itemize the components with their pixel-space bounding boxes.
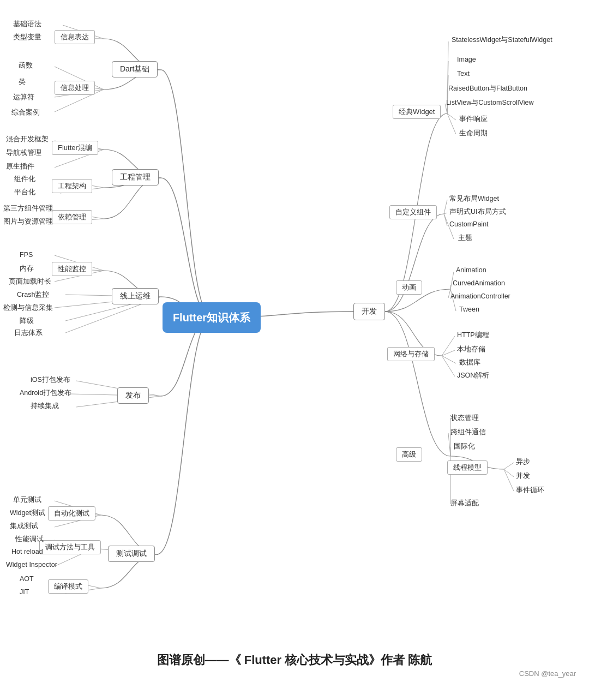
leaf-state-mgmt: 状态管理: [447, 412, 482, 424]
group-perf: 性能监控: [52, 262, 92, 276]
group-dep: 依赖管理: [52, 210, 92, 224]
leaf-animation: Animation: [453, 265, 490, 275]
leaf-log: 日志体系: [11, 327, 46, 339]
leaf-图片与资源管理: 图片与资源管理: [0, 216, 56, 228]
leaf-函数: 函数: [15, 60, 36, 71]
leaf-unit-test: 单元测试: [10, 494, 45, 506]
leaf-综合案例: 综合案例: [8, 107, 43, 118]
leaf-async: 异步: [513, 456, 533, 468]
leaf-widget-test: Widget测试: [7, 507, 49, 519]
svg-line-48: [442, 356, 456, 363]
leaf-database: 数据库: [456, 357, 484, 368]
leaf-memory: 内存: [16, 263, 37, 274]
leaf-image: Image: [454, 55, 479, 64]
leaf-layout-widget: 常见布局Widget: [446, 193, 502, 205]
group-advanced: 高级: [396, 447, 422, 462]
leaf-detect: 检测与信息采集: [0, 302, 56, 314]
leaf-ci: 持续集成: [27, 400, 62, 412]
leaf-hot-reload: Hot reload: [8, 547, 46, 557]
branch-test: 测试调试: [108, 546, 155, 562]
group-info-expr: 信息表达: [55, 30, 95, 44]
leaf-组件化: 组件化: [11, 173, 39, 185]
footer: 图谱原创——《 Flutter 核心技术与实战》作者 陈航 CSDN @tea_…: [0, 652, 589, 678]
leaf-lifecycle: 生命周期: [456, 128, 491, 139]
leaf-类: 类: [15, 76, 29, 88]
group-custom-widget: 自定义组件: [389, 205, 437, 219]
leaf-jit: JIT: [16, 587, 32, 597]
leaf-text: Text: [454, 69, 473, 79]
leaf-local-storage: 本地存储: [454, 344, 489, 355]
branch-dart-label: Dart基础: [120, 64, 149, 74]
leaf-degrade: 降级: [16, 315, 37, 327]
leaf-类型变量: 类型变量: [10, 32, 45, 43]
leaf-平台化: 平台化: [11, 187, 39, 198]
leaf-concurrent: 并发: [513, 470, 533, 482]
leaf-screen-adapt: 屏幕适配: [447, 498, 482, 509]
group-autotest: 自动化测试: [48, 506, 95, 520]
group-debug-tools: 调试方法与工具: [39, 540, 101, 554]
leaf-i18n: 国际化: [450, 441, 478, 452]
group-classic-widget: 经典Widget: [393, 105, 441, 119]
leaf-基础语法: 基础语法: [10, 19, 45, 30]
footer-sub: CSDN @tea_year: [0, 669, 589, 678]
svg-line-37: [447, 113, 456, 134]
footer-main: 图谱原创——《 Flutter 核心技术与实战》作者 陈航: [0, 652, 589, 668]
svg-line-46: [442, 336, 455, 356]
leaf-stateless-widget: StatelessWidget与StatefulWidget: [448, 34, 556, 46]
leaf-android: Android打包发布: [16, 387, 75, 399]
leaf-event: 事件响应: [456, 113, 491, 125]
leaf-curved-animation: CurvedAnimation: [449, 278, 508, 288]
group-compile: 编译模式: [48, 579, 88, 594]
mindmap-container: Flutter知识体系 Dart基础 信息表达 基础语法 类型变量 信息处理 函…: [0, 0, 589, 687]
leaf-ios: iOS打包发布: [27, 374, 74, 386]
branch-engineering: 工程管理: [112, 169, 159, 186]
leaf-原生插件: 原生插件: [3, 161, 38, 172]
branch-dev: 开发: [353, 303, 385, 320]
leaf-event-loop: 事件循环: [513, 484, 548, 496]
leaf-integration-test: 集成测试: [7, 520, 41, 532]
svg-line-47: [442, 350, 455, 356]
branch-ops: 线上运维: [112, 288, 159, 304]
leaf-crash: Crash监控: [14, 289, 52, 301]
leaf-declarative-ui: 声明式UI布局方式: [446, 206, 509, 218]
leaf-raisedbutton: RaisedButton与FlatButton: [445, 83, 531, 94]
group-thread: 线程模型: [447, 460, 488, 475]
group-info-proc: 信息处理: [55, 81, 95, 95]
group-animation: 动画: [396, 280, 422, 295]
svg-line-36: [447, 113, 456, 120]
svg-line-49: [442, 356, 455, 376]
leaf-custompaint: CustomPaint: [446, 219, 492, 229]
branch-publish: 发布: [117, 387, 149, 404]
leaf-cross-widget: 跨组件通信: [447, 427, 489, 438]
leaf-fps: FPS: [16, 250, 36, 260]
leaf-混合开发框架: 混合开发框架: [3, 134, 52, 145]
group-network: 网络与存储: [387, 347, 435, 361]
group-flutter-mix: Flutter混编: [52, 141, 98, 155]
leaf-运算符: 运算符: [10, 92, 38, 103]
leaf-导航栈管理: 导航栈管理: [3, 147, 45, 159]
leaf-listview: ListView与CustomScrollView: [443, 97, 537, 109]
leaf-第三方组件管理: 第三方组件管理: [0, 203, 56, 214]
group-arch: 工程架构: [52, 179, 92, 193]
leaf-http: HTTP编程: [454, 330, 492, 341]
leaf-perf-debug: 性能调试: [12, 534, 47, 545]
leaf-json: JSON解析: [454, 370, 492, 381]
leaf-theme: 主题: [455, 232, 476, 244]
center-node: Flutter知识体系: [163, 302, 261, 333]
leaf-widget-inspector: Widget Inspector: [3, 560, 61, 570]
leaf-tween: Tween: [456, 304, 483, 314]
leaf-page-load: 页面加载时长: [5, 276, 55, 288]
center-label: Flutter知识体系: [173, 310, 250, 325]
leaf-animation-controller: AnimationController: [447, 291, 514, 301]
leaf-aot: AOT: [16, 574, 37, 584]
branch-dart: Dart基础: [112, 61, 158, 77]
